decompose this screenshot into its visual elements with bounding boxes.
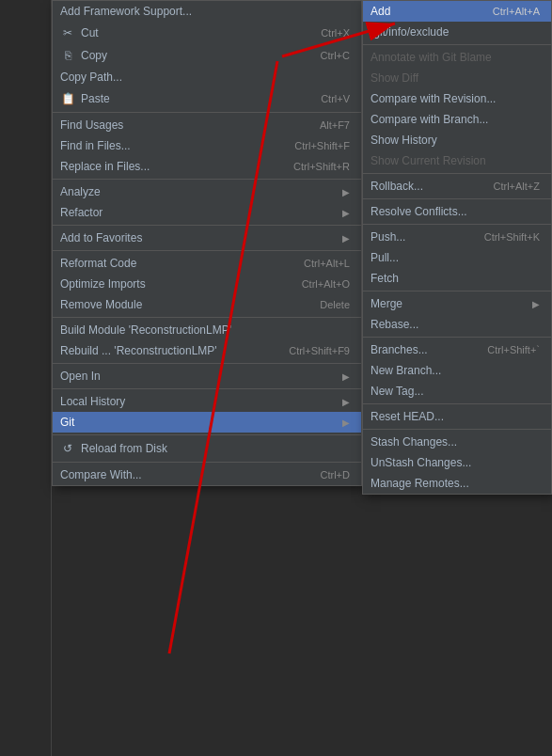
- menu-item-compare-with[interactable]: Compare With...Ctrl+D: [53, 465, 361, 485]
- separator: [53, 363, 361, 364]
- git-menu-item-push[interactable]: Push...Ctrl+Shift+K: [363, 227, 551, 247]
- menu-item-label-build-module: Build Module 'ReconstructionLMP': [60, 323, 231, 337]
- shortcut-find-in-files: Ctrl+Shift+F: [294, 140, 350, 151]
- git-menu-label-stash-changes: Stash Changes...: [371, 435, 457, 449]
- menu-item-label-open-in: Open In: [60, 370, 101, 383]
- menu-item-label-find-in-files: Find in Files...: [60, 139, 131, 152]
- menu-item-reformat-code[interactable]: Reformat CodeCtrl+Alt+L: [53, 253, 361, 274]
- git-separator: [363, 291, 551, 291]
- submenu-arrow-local-history: ▶: [342, 397, 350, 407]
- git-menu-item-stash-changes[interactable]: Stash Changes...: [363, 432, 551, 452]
- git-menu-label-branches: Branches...: [371, 343, 428, 356]
- menu-item-remove-module[interactable]: Remove ModuleDelete: [53, 294, 361, 315]
- menu-item-label-copy-path: Copy Path...: [60, 71, 122, 84]
- menu-item-copy[interactable]: ⎘CopyCtrl+C: [53, 44, 361, 67]
- menu-item-label-reformat-code: Reformat Code: [60, 257, 136, 270]
- git-menu-item-new-branch[interactable]: New Branch...: [363, 360, 551, 381]
- git-menu-item-fetch[interactable]: Fetch: [363, 268, 551, 289]
- shortcut-compare-with: Ctrl+D: [321, 469, 350, 480]
- git-menu-item-compare-revision[interactable]: Compare with Revision...: [363, 88, 551, 109]
- git-menu-item-pull[interactable]: Pull...: [363, 247, 551, 268]
- git-separator: [363, 173, 551, 174]
- menu-item-label-find-usages: Find Usages: [60, 118, 123, 132]
- menu-icon-paste: 📋: [60, 91, 75, 106]
- menu-item-copy-path[interactable]: Copy Path...: [53, 67, 361, 87]
- git-menu-item-merge[interactable]: Merge▶: [363, 293, 551, 314]
- menu-item-label-paste: 📋Paste: [60, 91, 110, 106]
- git-menu-label-unstash-changes: UnStash Changes...: [371, 456, 471, 469]
- git-menu-item-rollback[interactable]: Rollback...Ctrl+Alt+Z: [363, 176, 551, 197]
- separator: [53, 225, 361, 226]
- menu-item-label-add-to-favorites: Add to Favorites: [60, 231, 142, 244]
- git-menu-label-add: Add: [371, 5, 390, 18]
- menu-item-label-copy: ⎘Copy: [60, 48, 107, 63]
- shortcut-remove-module: Delete: [320, 299, 350, 310]
- git-menu-item-unstash-changes[interactable]: UnStash Changes...: [363, 452, 551, 473]
- separator: [53, 462, 361, 463]
- submenu-arrow-open-in: ▶: [342, 371, 350, 382]
- left-context-menu: Add Framework Support...✂CutCtrl+X⎘CopyC…: [52, 0, 362, 486]
- git-menu-label-new-tag: New Tag...: [371, 385, 423, 398]
- git-menu-item-annotate-git: Annotate with Git Blame: [363, 47, 551, 68]
- menu-item-refactor[interactable]: Refactor▶: [53, 202, 361, 223]
- git-menu-item-reset-head[interactable]: Reset HEAD...: [363, 406, 551, 427]
- git-separator: [363, 224, 551, 225]
- git-separator: [363, 337, 551, 338]
- git-shortcut-add: Ctrl+Alt+A: [493, 6, 540, 17]
- menu-item-rebuild-module[interactable]: Rebuild ... 'ReconstructionLMP'Ctrl+Shif…: [53, 340, 361, 361]
- git-menu-label-show-history: Show History: [371, 134, 437, 147]
- git-menu-label-compare-revision: Compare with Revision...: [371, 92, 496, 105]
- git-menu-label-resolve-conflicts: Resolve Conflicts...: [371, 205, 467, 218]
- git-menu-label-merge: Merge: [371, 297, 402, 310]
- menu-item-add-to-favorites[interactable]: Add to Favorites▶: [53, 228, 361, 248]
- menu-item-label-refactor: Refactor: [60, 206, 103, 219]
- git-menu-item-show-history[interactable]: Show History: [363, 130, 551, 150]
- menu-item-add-framework[interactable]: Add Framework Support...: [53, 1, 361, 22]
- menu-item-label-replace-in-files: Replace in Files...: [60, 160, 150, 173]
- menu-item-optimize-imports[interactable]: Optimize ImportsCtrl+Alt+O: [53, 274, 361, 294]
- menu-item-find-usages[interactable]: Find UsagesAlt+F7: [53, 115, 361, 135]
- git-menu-label-compare-branch: Compare with Branch...: [371, 113, 488, 126]
- menu-item-label-analyze: Analyze: [60, 185, 101, 198]
- menu-item-git[interactable]: Git▶: [53, 412, 361, 433]
- git-menu-label-pull: Pull...: [371, 251, 399, 264]
- git-separator: [363, 198, 551, 199]
- menu-item-local-history[interactable]: Local History▶: [53, 391, 361, 412]
- separator: [53, 250, 361, 251]
- git-separator: [363, 429, 551, 430]
- git-menu-label-push: Push...: [371, 230, 405, 244]
- shortcut-replace-in-files: Ctrl+Shift+R: [293, 161, 350, 172]
- separator: [53, 317, 361, 318]
- git-menu-label-show-diff: Show Diff: [371, 71, 418, 85]
- menu-item-analyze[interactable]: Analyze▶: [53, 181, 361, 202]
- git-menu-item-add[interactable]: AddCtrl+Alt+A: [363, 1, 551, 22]
- git-menu-label-fetch: Fetch: [371, 272, 399, 285]
- shortcut-cut: Ctrl+X: [321, 27, 350, 39]
- separator: [53, 388, 361, 389]
- menu-item-paste[interactable]: 📋PasteCtrl+V: [53, 87, 361, 110]
- git-submenu-arrow-merge: ▶: [532, 299, 540, 309]
- submenu-arrow-git: ▶: [342, 417, 350, 428]
- git-menu-item-branches[interactable]: Branches...Ctrl+Shift+`: [363, 339, 551, 360]
- menu-item-open-in[interactable]: Open In▶: [53, 366, 361, 386]
- git-menu-item-resolve-conflicts[interactable]: Resolve Conflicts...: [363, 201, 551, 222]
- menu-item-find-in-files[interactable]: Find in Files...Ctrl+Shift+F: [53, 135, 361, 156]
- git-menu-label-gitinfo-exclude: .git/info/exclude: [371, 25, 449, 39]
- menu-item-build-module[interactable]: Build Module 'ReconstructionLMP': [53, 320, 361, 340]
- shortcut-optimize-imports: Ctrl+Alt+O: [302, 278, 350, 290]
- separator: [53, 112, 361, 113]
- git-menu-item-show-diff: Show Diff: [363, 68, 551, 88]
- shortcut-rebuild-module: Ctrl+Shift+F9: [289, 345, 350, 356]
- git-menu-item-rebase[interactable]: Rebase...: [363, 314, 551, 335]
- shortcut-reformat-code: Ctrl+Alt+L: [304, 258, 350, 269]
- git-menu-label-manage-remotes: Manage Remotes...: [371, 477, 469, 490]
- git-menu-item-new-tag[interactable]: New Tag...: [363, 381, 551, 402]
- git-separator: [363, 403, 551, 404]
- git-menu-item-gitinfo-exclude[interactable]: .git/info/exclude: [363, 22, 551, 42]
- git-menu-item-compare-branch[interactable]: Compare with Branch...: [363, 109, 551, 130]
- git-menu-item-show-current-revision: Show Current Revision: [363, 150, 551, 171]
- menu-item-replace-in-files[interactable]: Replace in Files...Ctrl+Shift+R: [53, 156, 361, 177]
- git-menu-item-manage-remotes[interactable]: Manage Remotes...: [363, 473, 551, 494]
- menu-item-reload-from-disk[interactable]: ↺Reload from Disk: [53, 437, 361, 460]
- menu-item-cut[interactable]: ✂CutCtrl+X: [53, 22, 361, 44]
